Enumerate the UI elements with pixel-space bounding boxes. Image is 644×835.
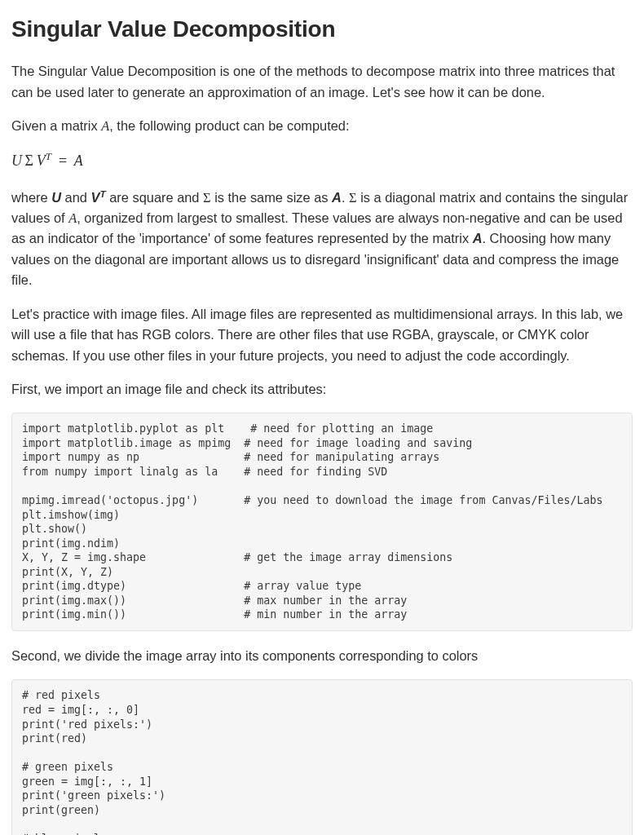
second-step-paragraph: Second, we divide the image array into i… xyxy=(11,646,633,666)
var-A: A xyxy=(101,118,109,134)
text: is the same size as xyxy=(211,190,332,205)
var-sigma: Σ xyxy=(203,190,211,205)
eq-U: U xyxy=(11,152,22,169)
eq-A: A xyxy=(74,152,83,169)
eq-sigma: Σ xyxy=(25,152,33,169)
var-U: U xyxy=(51,190,61,205)
var-A: A xyxy=(68,210,77,226)
practice-paragraph: Let's practice with image files. All ima… xyxy=(11,304,633,366)
eq-equals: = xyxy=(59,152,67,169)
text: . xyxy=(342,190,349,205)
text: where xyxy=(11,190,51,205)
text: , the following product can be computed: xyxy=(109,118,349,133)
page-title: Singular Value Decomposition xyxy=(11,11,633,46)
var-A: A xyxy=(332,190,342,205)
given-paragraph: Given a matrix A, the following product … xyxy=(11,116,633,136)
code-block-imports: import matplotlib.pyplot as plt # need f… xyxy=(11,413,633,631)
explanation-paragraph: where U and VT are square and Σ is the s… xyxy=(11,188,633,291)
intro-paragraph: The Singular Value Decomposition is one … xyxy=(11,61,633,103)
var-A: A xyxy=(473,231,483,245)
equation-svd: U Σ VT = A xyxy=(11,150,633,173)
first-step-paragraph: First, we import an image file and check… xyxy=(11,379,633,400)
var-sigma: Σ xyxy=(349,190,357,205)
eq-V: V xyxy=(37,152,46,169)
text: Given a matrix xyxy=(11,118,101,133)
eq-T: T xyxy=(46,150,51,162)
text: are square and xyxy=(106,190,203,205)
code-block-colors: # red pixels red = img[:, :, 0] print('r… xyxy=(11,679,633,835)
var-VT: VT xyxy=(91,190,106,205)
text: and xyxy=(61,190,90,205)
